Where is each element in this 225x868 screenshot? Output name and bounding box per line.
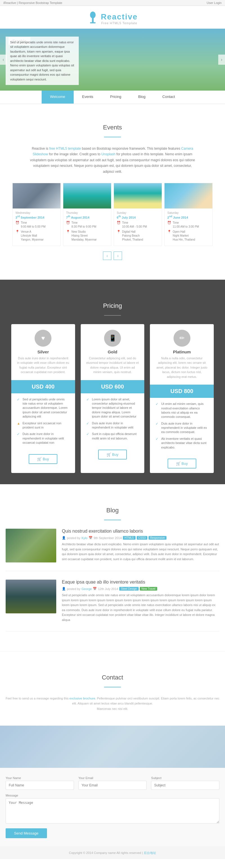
brochure-link[interactable]: exclusive brochure (69, 696, 95, 700)
email-field-group: Your Email (78, 776, 147, 790)
venue-icon-2: 📍 (66, 230, 70, 234)
feature-platinum-3: ✓ Ab inventore veritatis et quasi archit… (156, 437, 208, 450)
event-venue-1: 📍 Venue ALifestyle MallYangon, Myanmar (15, 230, 58, 242)
top-bar: iReactive | Responsive Bootstrap Templat… (0, 0, 225, 6)
feature-platinum-2-text: Duis aute irure dolor in reprehenderit i… (161, 422, 208, 434)
pricing-features-platinum: ✓ Ut enim ad minim veniam, quis nostrud … (150, 398, 214, 456)
posted-by-1: posted by (67, 536, 81, 540)
blog-post-title-1[interactable]: Quis nostrud exercitation ullamco labori… (62, 529, 219, 534)
feature-platinum-2: ✓ Duis aute irure dolor in reprehenderit… (156, 422, 208, 434)
free-link[interactable]: free HTML5 template (49, 147, 81, 151)
blog-post-1: Quis nostrud exercitation ullamco labori… (6, 529, 219, 571)
hero-slider: ‹ Freebie Sed ut perspiciatis unde omnis… (0, 29, 225, 91)
map-visual (0, 725, 225, 768)
buy-button-gold[interactable]: 🛒 Buy (98, 450, 127, 460)
event-date-3: 6th July 2014 (117, 215, 159, 219)
events-intro: Reactive is free HTML5 template based on… (28, 146, 197, 175)
tag-css3[interactable]: CSS3 (137, 536, 148, 540)
buy-button-platinum[interactable]: 🛒 Buy (168, 459, 196, 468)
feature-gold-2: ✓ Duis aute irure dolor in reprehenderit… (86, 421, 139, 430)
footer-text: Copyright © 2014 Company name All rights… (69, 851, 156, 855)
nav-item-pricing[interactable]: Pricing (102, 91, 130, 103)
logo-text: Reactive Free HTML5 Template (101, 12, 137, 25)
site-title: Reactive (101, 12, 137, 21)
event-time-text-1: Time9:00 AM to 5:00 PM (21, 221, 45, 229)
check-icon-6: ✓ (156, 402, 159, 407)
feature-silver-1-text: Sed ut perspiciatis unde omnis iste natu… (23, 397, 69, 419)
feature-silver-2-text: Excepteur sint occaecat non proident sun… (23, 421, 69, 430)
event-venue-text-2: New StudioHlaing StreetMandalay, Myanmar (71, 230, 97, 242)
calendar-icon-1: 📅 (89, 536, 93, 540)
subject-input[interactable] (151, 781, 219, 790)
post-date-1: 9th September 2014 (94, 536, 122, 540)
feature-gold-2-text: Duis aute irure dolor in reprehenderit i… (92, 421, 139, 430)
pricing-icon-platinum: ✏ (173, 330, 190, 347)
user-login[interactable]: User Login (207, 1, 222, 4)
event-day-4: Saturday (167, 211, 210, 214)
event-card-body-4: Saturday 2nd June 2014 ⏰ Time11:00 AM to… (164, 209, 212, 246)
email-input[interactable] (78, 781, 147, 790)
contact-form-section: Your Name Your Email Subject Message Sen… (0, 768, 225, 847)
page-prev-button[interactable]: ‹ (103, 251, 111, 260)
unsplash-link[interactable]: Unsplash (101, 152, 115, 156)
author-icon-1: 👤 (62, 536, 66, 540)
nav-item-blog[interactable]: Blog (130, 91, 154, 103)
blog-divider (104, 520, 121, 520)
event-time-3: ⏰ Time10:00 AM - 5:00 PM (117, 221, 159, 229)
admin-link[interactable]: 后台地址 (144, 851, 156, 855)
check-icon-2: ✓ (17, 432, 21, 437)
event-card-body-3: Sunday 6th July 2014 ⏰ Time10:00 AM - 5:… (114, 209, 162, 246)
pricing-name-platinum: Platinum (156, 349, 208, 354)
svg-point-0 (90, 11, 96, 18)
pricing-features-gold: ✓ Lorem ipsum dolor sit amet, consectetu… (81, 393, 144, 447)
contact-divider (104, 687, 121, 687)
nav-item-contact[interactable]: Contact (154, 91, 183, 103)
event-venue-text-4: Open HallNight MarketHua Hin, Thailand (173, 230, 195, 242)
message-textarea[interactable] (6, 798, 219, 824)
svg-rect-2 (90, 22, 96, 23)
blog-content-1: Quis nostrud exercitation ullamco labori… (62, 529, 219, 562)
blog-excerpt-2: Sed ut perspiciatis unde omnis iste natu… (62, 593, 219, 623)
subject-label: Subject (151, 776, 219, 780)
event-day-3: Sunday (117, 211, 159, 214)
blog-post-title-2[interactable]: Eaque ipsa quae ab illo inventore verita… (62, 580, 219, 585)
feature-gold-3: ✓ Sunt in culpa qui officia deserunt mol… (86, 432, 139, 441)
logo-icon (87, 11, 98, 26)
events-section: Events Reactive is free HTML5 template b… (0, 104, 225, 280)
pricing-name-gold: Gold (86, 349, 139, 354)
name-input[interactable] (6, 781, 74, 790)
slider-next-button[interactable]: › (218, 55, 225, 65)
header: Reactive Free HTML5 Template (0, 6, 225, 29)
nav-item-welcome[interactable]: Welcome (42, 91, 74, 103)
time-icon-2: ⏰ (66, 221, 70, 224)
email-label: Your Email (78, 776, 147, 780)
page-next-button[interactable]: › (114, 251, 122, 260)
event-card-2: Thursday 7th August 2014 ⏰ Time8:30 PM t… (63, 183, 111, 246)
tag-html5[interactable]: HTML5 (123, 536, 135, 540)
logo: Reactive Free HTML5 Template (0, 11, 225, 26)
event-time-text-4: Time11:00 AM to 3:00 PM (173, 221, 199, 229)
contact-form: Your Name Your Email Subject Message Sen… (6, 776, 219, 838)
main-nav: Welcome Events Pricing Blog Contact (0, 91, 225, 104)
tag-new-travel[interactable]: New Travel (140, 587, 157, 591)
nav-item-events[interactable]: Events (74, 91, 102, 103)
feature-silver-3: ✓ Duis aute irure dolor in reprehenderit… (17, 432, 69, 445)
subject-field-group: Subject (151, 776, 219, 790)
event-image-3 (114, 183, 162, 209)
event-time-text-3: Time10:00 AM - 5:00 PM (122, 221, 147, 229)
pricing-desc-gold: Consectetur adipiscing elit, sed do eius… (86, 356, 139, 374)
tag-steel-design[interactable]: Steel Design (119, 587, 139, 591)
send-message-button[interactable]: Send Message (6, 828, 47, 838)
contact-intro: Feel free to send us a message regarding… (6, 696, 219, 712)
blog-excerpt-1: Architecto beatae vitae dicta sunt expli… (62, 542, 219, 562)
feature-platinum-3-text: Ab inventore veritatis et quasi architec… (161, 437, 208, 450)
event-time-1: ⏰ Time9:00 AM to 5:00 PM (15, 221, 58, 229)
pricing-desc-platinum: Nulla a nulla odio, consectetur adipisci… (156, 356, 208, 379)
pricing-desc-silver: Duis aute irure dolor in reprehenderit i… (17, 356, 69, 374)
buy-button-silver[interactable]: 🛒 Buy (29, 454, 57, 464)
author-link-1[interactable]: Kylo (82, 536, 88, 540)
check-icon-4: ✓ (86, 421, 90, 426)
tag-responsive[interactable]: Responsive (149, 536, 166, 540)
author-link-2[interactable]: George (82, 587, 92, 591)
event-card-3: Sunday 6th July 2014 ⏰ Time10:00 AM - 5:… (114, 183, 162, 246)
